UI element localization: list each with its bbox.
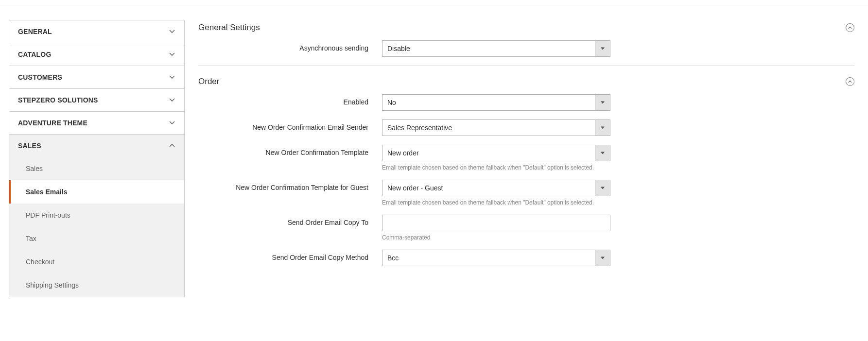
- field-async-sending: Asynchronous sending Disable: [198, 40, 854, 57]
- section-title: Order: [198, 77, 219, 86]
- sidebar-section-label: GENERAL: [18, 28, 52, 35]
- sidebar-section-label: STEPZERO SOLUTIONS: [18, 96, 98, 104]
- field-copy-method: Send Order Email Copy Method Bcc: [198, 250, 854, 266]
- sidebar-section-label: SALES: [18, 142, 41, 150]
- sidebar-item-label: Checkout: [26, 258, 54, 266]
- chevron-down-icon: [169, 74, 175, 81]
- chevron-down-icon: [169, 119, 175, 126]
- dropdown-trigger[interactable]: [595, 250, 610, 266]
- template-select[interactable]: New order: [382, 145, 610, 161]
- field-label: New Order Confirmation Template: [198, 145, 382, 156]
- dropdown-trigger[interactable]: [595, 145, 610, 161]
- section-title: General Settings: [198, 23, 260, 33]
- sidebar-item-sales[interactable]: Sales: [9, 157, 184, 180]
- sidebar-section-sales[interactable]: SALES: [9, 135, 184, 157]
- field-template-guest: New Order Confirmation Template for Gues…: [198, 180, 854, 206]
- copy-to-input[interactable]: [382, 215, 610, 231]
- sidebar-section-general[interactable]: GENERAL: [9, 20, 184, 43]
- async-sending-select[interactable]: Disable: [382, 40, 610, 57]
- select-value: Sales Representative: [382, 119, 595, 136]
- chevron-up-icon: [169, 142, 175, 149]
- field-hint: Email template chosen based on theme fal…: [382, 199, 610, 206]
- sidebar-item-label: Sales: [26, 165, 43, 172]
- template-guest-select[interactable]: New order - Guest: [382, 180, 610, 196]
- collapse-icon: [846, 23, 854, 32]
- select-value: New order: [382, 145, 595, 161]
- sidebar-item-tax[interactable]: Tax: [9, 227, 184, 250]
- enabled-select[interactable]: No: [382, 94, 610, 111]
- dropdown-trigger[interactable]: [595, 94, 610, 111]
- dropdown-trigger[interactable]: [595, 119, 610, 136]
- chevron-down-icon: [169, 51, 175, 58]
- sidebar-item-label: Shipping Settings: [26, 281, 79, 289]
- field-label: New Order Confirmation Email Sender: [198, 119, 382, 131]
- sidebar-section-stepzero[interactable]: STEPZERO SOLUTIONS: [9, 89, 184, 111]
- sidebar-subitems: Sales Sales Emails PDF Print-outs Tax Ch…: [9, 157, 184, 297]
- section-header-order[interactable]: Order: [198, 74, 854, 94]
- sidebar-item-label: PDF Print-outs: [26, 211, 70, 219]
- section-general-settings: General Settings Asynchronous sending Di…: [198, 20, 854, 66]
- select-value: No: [382, 94, 595, 111]
- chevron-down-icon: [169, 28, 175, 35]
- field-template: New Order Confirmation Template New orde…: [198, 145, 854, 171]
- field-label: Enabled: [198, 94, 382, 106]
- collapse-icon: [846, 77, 854, 86]
- sidebar-item-shipping-settings[interactable]: Shipping Settings: [9, 273, 184, 297]
- config-sidebar: GENERAL CATALOG CUSTOMERS: [9, 20, 185, 297]
- select-value: New order - Guest: [382, 180, 595, 196]
- field-copy-to: Send Order Email Copy To Comma-separated: [198, 215, 854, 241]
- chevron-down-icon: [169, 97, 175, 103]
- select-value: Disable: [382, 40, 595, 57]
- sidebar-section-customers[interactable]: CUSTOMERS: [9, 66, 184, 88]
- field-hint: Comma-separated: [382, 234, 610, 241]
- section-header-general-settings[interactable]: General Settings: [198, 20, 854, 40]
- sidebar-item-label: Tax: [26, 235, 36, 242]
- sidebar-section-label: CATALOG: [18, 51, 52, 58]
- field-label: Asynchronous sending: [198, 40, 382, 52]
- sidebar-section-adventure-theme[interactable]: ADVENTURE THEME: [9, 112, 184, 134]
- main-content: General Settings Asynchronous sending Di…: [198, 20, 859, 297]
- sender-select[interactable]: Sales Representative: [382, 119, 610, 136]
- sidebar-item-pdf-printouts[interactable]: PDF Print-outs: [9, 204, 184, 227]
- sidebar-item-checkout[interactable]: Checkout: [9, 250, 184, 273]
- sidebar-item-label: Sales Emails: [26, 188, 68, 196]
- sidebar-section-label: CUSTOMERS: [18, 73, 62, 81]
- dropdown-trigger[interactable]: [595, 180, 610, 196]
- field-hint: Email template chosen based on theme fal…: [382, 164, 610, 171]
- field-label: New Order Confirmation Template for Gues…: [198, 180, 382, 191]
- field-sender: New Order Confirmation Email Sender Sale…: [198, 119, 854, 136]
- sidebar-section-label: ADVENTURE THEME: [18, 119, 87, 127]
- field-label: Send Order Email Copy To: [198, 215, 382, 226]
- sidebar-section-catalog[interactable]: CATALOG: [9, 43, 184, 66]
- field-enabled: Enabled No: [198, 94, 854, 111]
- field-label: Send Order Email Copy Method: [198, 250, 382, 261]
- dropdown-trigger[interactable]: [595, 40, 610, 57]
- copy-method-select[interactable]: Bcc: [382, 250, 610, 266]
- section-order: Order Enabled No New Order Confi: [198, 74, 854, 266]
- select-value: Bcc: [382, 250, 595, 266]
- sidebar-item-sales-emails[interactable]: Sales Emails: [9, 180, 184, 204]
